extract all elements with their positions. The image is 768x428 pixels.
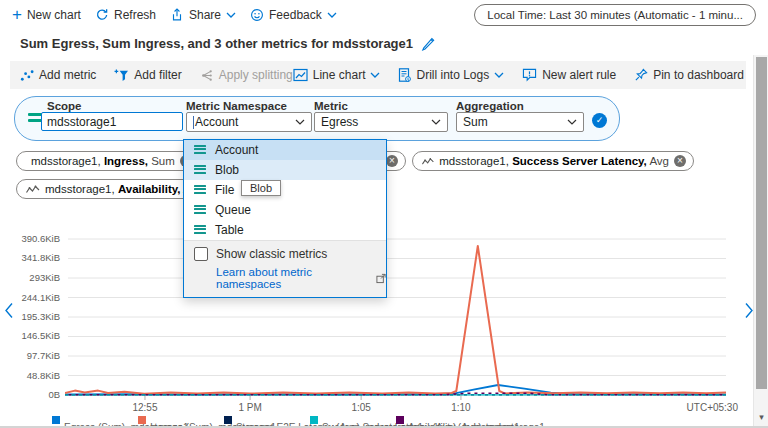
namespace-option-label: Blob	[215, 163, 239, 177]
vertical-scrollbar[interactable]: ▾	[753, 55, 768, 428]
namespace-dropdown: Account Blob File Queue Table Show class…	[183, 139, 387, 298]
feedback-button[interactable]: Feedback	[250, 8, 337, 22]
time-range-button[interactable]: Local Time: Last 30 minutes (Automatic -…	[474, 4, 756, 26]
namespace-option-account[interactable]: Account	[184, 140, 386, 160]
y-axis-label: 390.6KiB	[0, 233, 60, 244]
x-axis-label: 1:10	[431, 402, 491, 413]
refresh-icon	[95, 8, 109, 22]
new-alert-rule-button[interactable]: New alert rule	[522, 68, 616, 82]
add-metric-label: Add metric	[39, 68, 96, 82]
legend-swatch	[224, 416, 232, 424]
namespace-option-file[interactable]: File	[184, 180, 386, 200]
checkbox[interactable]	[194, 247, 208, 261]
pill-scope: mdsstorage1,	[45, 183, 115, 195]
chart-type-button[interactable]: Line chart	[293, 68, 381, 82]
sparkline-icon	[422, 157, 434, 166]
plot-area[interactable]	[65, 235, 726, 400]
namespace-select[interactable]: Account	[186, 112, 312, 132]
scope-input[interactable]	[41, 112, 183, 131]
feedback-label: Feedback	[269, 8, 322, 22]
close-icon[interactable]: ×	[674, 155, 686, 167]
chart-toolbar: Add metric Add filter Apply splitting Li…	[10, 61, 746, 89]
namespace-option-queue[interactable]: Queue	[184, 200, 386, 220]
y-axis-label: 97.7KiB	[0, 350, 60, 361]
sparkline-icon	[26, 185, 40, 194]
new-chart-label: New chart	[27, 8, 81, 22]
dropdown-footer: Show classic metrics Learn about metric …	[184, 240, 386, 297]
namespace-value: Account	[195, 115, 238, 129]
add-metric-icon	[20, 69, 34, 82]
share-button[interactable]: Share	[170, 8, 236, 22]
namespace-option-label: Queue	[215, 203, 251, 217]
metric-pill-ingress[interactable]: mdsstorage1, Ingress, Sum ×	[16, 151, 194, 171]
pill-metric: Ingress,	[104, 155, 148, 167]
tooltip: Blob	[241, 180, 281, 196]
add-metric-button[interactable]: Add metric	[20, 68, 96, 82]
show-classic-metrics-checkbox-row[interactable]: Show classic metrics	[194, 247, 386, 261]
scroll-down-arrow[interactable]: ▾	[754, 412, 768, 422]
drill-into-logs-label: Drill into Logs	[416, 68, 489, 82]
page-title: Sum Egress, Sum Ingress, and 3 other met…	[20, 36, 413, 51]
drill-into-logs-button[interactable]: Drill into Logs	[398, 68, 504, 82]
y-axis-label: 293KiB	[0, 272, 60, 283]
namespace-label: Metric Namespace	[186, 100, 287, 112]
edit-pencil-icon[interactable]	[421, 36, 436, 51]
learn-namespaces-link[interactable]: Learn about metric namespaces	[216, 266, 366, 290]
x-axis-label: 1:05	[331, 402, 391, 413]
namespace-option-label: Table	[215, 223, 244, 237]
timezone-label: UTC+05:30	[660, 402, 738, 413]
dropdown-caret-icon	[295, 119, 305, 125]
close-icon[interactable]: ×	[386, 155, 398, 167]
aggregation-label: Aggregation	[456, 100, 524, 112]
dropdown-caret-icon	[567, 119, 577, 125]
refresh-button[interactable]: Refresh	[95, 8, 156, 22]
refresh-label: Refresh	[114, 8, 156, 22]
alert-icon	[522, 68, 537, 82]
apply-splitting-icon	[200, 69, 214, 82]
aggregation-select[interactable]: Sum	[456, 112, 584, 132]
scrollbar-thumb[interactable]	[756, 57, 767, 389]
y-axis-label: 146.5KiB	[0, 330, 60, 341]
add-filter-label: Add filter	[134, 68, 181, 82]
chart-type-label: Line chart	[313, 68, 366, 82]
metric-editor-card: Scope Metric Namespace Account Metric Eg…	[14, 96, 620, 141]
apply-splitting-button[interactable]: Apply splitting	[200, 68, 293, 82]
metric-label: Metric	[314, 100, 348, 112]
add-filter-button[interactable]: Add filter	[114, 68, 181, 82]
pill-metric: Success Server Latency,	[512, 155, 647, 167]
namespace-icon	[194, 185, 206, 196]
show-classic-metrics-label: Show classic metrics	[216, 247, 327, 261]
line-chart-icon	[293, 68, 308, 82]
namespace-icon	[194, 145, 206, 156]
y-axis-label: 0B	[0, 389, 60, 400]
chevron-down-icon	[327, 12, 337, 18]
new-chart-button[interactable]: + New chart	[12, 8, 81, 22]
x-axis-label: 12:55	[115, 402, 175, 413]
chevron-left-icon[interactable]	[4, 302, 14, 319]
legend-swatch	[52, 416, 60, 424]
legend-swatch	[396, 416, 404, 424]
pin-to-dashboard-label: Pin to dashboard	[653, 68, 744, 82]
pill-metric: Availability,	[118, 183, 181, 195]
chevron-down-icon	[226, 12, 236, 18]
pin-to-dashboard-button[interactable]: Pin to dashboard	[634, 68, 744, 82]
plus-icon: +	[12, 8, 22, 22]
check-circle-icon: ✓	[592, 113, 607, 128]
metric-pill-server-latency[interactable]: mdsstorage1, Success Server Latency, Avg…	[412, 151, 694, 171]
namespace-icon	[194, 165, 206, 176]
namespace-option-blob[interactable]: Blob	[184, 160, 386, 180]
feedback-smiley-icon	[250, 8, 264, 22]
metric-select[interactable]: Egress	[314, 112, 448, 132]
namespace-icon	[194, 225, 206, 236]
x-axis-label: 1 PM	[220, 402, 280, 413]
y-axis-label: 48.8KiB	[0, 370, 60, 381]
namespace-icon	[194, 205, 206, 216]
namespace-option-table[interactable]: Table	[184, 220, 386, 240]
add-filter-icon	[114, 69, 129, 82]
external-link-icon	[376, 273, 386, 284]
series-line	[65, 246, 726, 394]
dropdown-caret-icon	[431, 119, 441, 125]
chevron-down-icon	[494, 72, 504, 78]
new-alert-rule-label: New alert rule	[542, 68, 616, 82]
chevron-down-icon	[370, 72, 380, 78]
